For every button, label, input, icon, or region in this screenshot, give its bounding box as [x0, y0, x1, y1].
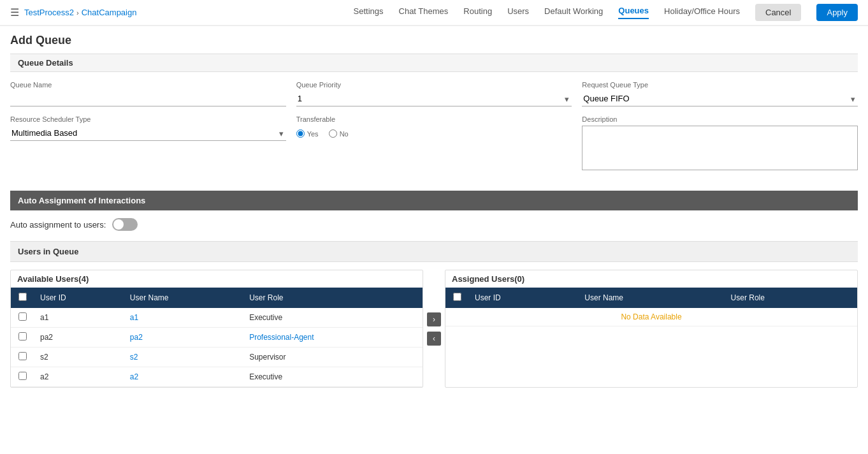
apply-button[interactable]: Apply	[816, 4, 858, 21]
user-checkbox-1[interactable]	[18, 332, 27, 340]
users-in-queue-header: Users in Queue	[10, 241, 858, 262]
transferable-group: Transferable Yes No	[296, 115, 572, 170]
assigned-users-panel: Assigned Users(0) User ID User Name User…	[445, 270, 858, 388]
available-users-header-row: User ID User Name User Role	[11, 288, 423, 308]
queue-details-header: Queue Details	[10, 54, 858, 72]
assigned-users-table: User ID User Name User Role No Data Avai…	[445, 288, 857, 326]
description-group: Description	[582, 115, 858, 170]
transferable-yes-label: Yes	[307, 130, 319, 138]
auto-assignment-toggle[interactable]	[112, 218, 138, 231]
available-user-row: a1a1Executive	[11, 308, 423, 328]
user-checkbox-cell	[11, 367, 34, 387]
assigned-user-role-header: User Role	[725, 288, 857, 308]
transfer-arrows: › ‹	[423, 270, 445, 388]
nav-users[interactable]: Users	[507, 6, 529, 18]
request-queue-type-select[interactable]: Queue FIFO Queue LIFO Priority Queue	[582, 91, 858, 106]
available-users-title: Available Users(4)	[11, 270, 423, 288]
no-data-row: No Data Available	[445, 308, 857, 326]
user-checkbox-2[interactable]	[18, 352, 27, 360]
top-bar-left: ☰ TestProcess2 › ChatCampaign	[10, 6, 136, 18]
breadcrumb-parent[interactable]: TestProcess2	[24, 8, 74, 17]
user-role-cell: Executive	[243, 308, 423, 328]
user-checkbox-3[interactable]	[18, 372, 27, 380]
auto-assignment-header: Auto Assignment of Interactions	[10, 191, 858, 210]
nav-default-working[interactable]: Default Working	[544, 6, 603, 18]
resource-scheduler-label: Resource Scheduler Type	[10, 115, 286, 123]
available-user-row: s2s2Supervisor	[11, 348, 423, 367]
form-row-2: Resource Scheduler Type Multimedia Based…	[10, 115, 858, 170]
queue-name-label: Queue Name	[10, 81, 286, 89]
breadcrumb-current[interactable]: ChatCampaign	[82, 8, 137, 17]
nav-routing[interactable]: Routing	[463, 6, 492, 18]
no-data-message: No Data Available	[445, 308, 857, 326]
form-row-1: Queue Name Queue Priority 1 2 3 4 5 Requ…	[10, 81, 858, 106]
queue-priority-select[interactable]: 1 2 3 4 5	[296, 91, 572, 106]
available-user-id-header: User ID	[34, 288, 124, 308]
user-checkbox-cell	[11, 348, 34, 367]
user-role-cell: Executive	[243, 367, 423, 387]
transferable-label: Transferable	[296, 115, 572, 123]
nav-settings[interactable]: Settings	[354, 6, 384, 18]
queue-priority-label: Queue Priority	[296, 81, 572, 89]
user-name-cell[interactable]: s2	[124, 348, 243, 367]
request-queue-type-select-wrapper: Queue FIFO Queue LIFO Priority Queue	[582, 91, 858, 106]
resource-scheduler-select[interactable]: Multimedia Based Round Robin Least Occup…	[10, 126, 286, 141]
transferable-yes-option[interactable]: Yes	[296, 129, 319, 138]
assigned-user-name-header: User Name	[578, 288, 724, 308]
available-user-row: pa2pa2Professional-Agent	[11, 328, 423, 348]
available-users-panel: Available Users(4) User ID User Name Use…	[10, 270, 423, 388]
page-title: Add Queue	[10, 34, 858, 47]
user-name-cell[interactable]: pa2	[124, 328, 243, 348]
user-role-cell: Supervisor	[243, 348, 423, 367]
nav-holiday-office-hours[interactable]: Holiday/Office Hours	[664, 6, 740, 18]
available-user-row: a2a2Executive	[11, 367, 423, 387]
top-bar-nav: Settings Chat Themes Routing Users Defau…	[354, 4, 858, 21]
assigned-user-id-header: User ID	[468, 288, 578, 308]
available-users-table: User ID User Name User Role a1a1Executiv…	[11, 288, 423, 387]
move-left-button[interactable]: ‹	[427, 332, 441, 346]
menu-icon[interactable]: ☰	[10, 6, 19, 18]
cancel-button[interactable]: Cancel	[755, 4, 801, 21]
user-checkbox-cell	[11, 328, 34, 348]
queue-details-form: Queue Name Queue Priority 1 2 3 4 5 Requ…	[10, 72, 858, 184]
assigned-select-all-header	[445, 288, 468, 308]
transferable-no-label: No	[340, 130, 349, 138]
user-checkbox-cell	[11, 308, 34, 328]
request-queue-type-label: Request Queue Type	[582, 81, 858, 89]
queue-priority-group: Queue Priority 1 2 3 4 5	[296, 81, 572, 106]
resource-scheduler-select-wrapper: Multimedia Based Round Robin Least Occup…	[10, 126, 286, 141]
available-select-all-checkbox[interactable]	[18, 293, 27, 301]
resource-scheduler-group: Resource Scheduler Type Multimedia Based…	[10, 115, 286, 170]
user-checkbox-0[interactable]	[18, 312, 27, 321]
nav-queues[interactable]: Queues	[618, 6, 649, 19]
user-name-cell[interactable]: a1	[124, 308, 243, 328]
breadcrumb: TestProcess2 › ChatCampaign	[24, 8, 136, 17]
user-id-cell: a2	[34, 367, 124, 387]
queue-name-input[interactable]	[10, 91, 286, 106]
request-queue-type-group: Request Queue Type Queue FIFO Queue LIFO…	[582, 81, 858, 106]
tables-container: Available Users(4) User ID User Name Use…	[10, 270, 858, 388]
nav-chat-themes[interactable]: Chat Themes	[399, 6, 449, 18]
transferable-no-radio[interactable]	[329, 129, 337, 138]
user-id-cell: pa2	[34, 328, 124, 348]
assigned-users-header-row: User ID User Name User Role	[445, 288, 857, 308]
description-textarea[interactable]	[582, 126, 858, 170]
available-user-role-header: User Role	[243, 288, 423, 308]
available-user-name-header: User Name	[124, 288, 243, 308]
queue-name-group: Queue Name	[10, 81, 286, 106]
transferable-yes-radio[interactable]	[296, 129, 305, 138]
assigned-users-title: Assigned Users(0)	[445, 270, 857, 288]
user-role-cell: Professional-Agent	[243, 328, 423, 348]
user-name-cell[interactable]: a2	[124, 367, 243, 387]
move-right-button[interactable]: ›	[427, 312, 441, 326]
available-select-all-header	[11, 288, 34, 308]
description-label: Description	[582, 115, 858, 123]
auto-assignment-label: Auto assignment to users:	[10, 220, 106, 230]
user-id-cell: s2	[34, 348, 124, 367]
breadcrumb-arrow: ›	[76, 9, 79, 17]
top-bar: ☰ TestProcess2 › ChatCampaign Settings C…	[0, 0, 868, 26]
transferable-no-option[interactable]: No	[329, 129, 349, 138]
page-content: Add Queue Queue Details Queue Name Queue…	[0, 26, 868, 395]
assigned-select-all-checkbox[interactable]	[453, 293, 461, 301]
queue-priority-select-wrapper: 1 2 3 4 5	[296, 91, 572, 106]
